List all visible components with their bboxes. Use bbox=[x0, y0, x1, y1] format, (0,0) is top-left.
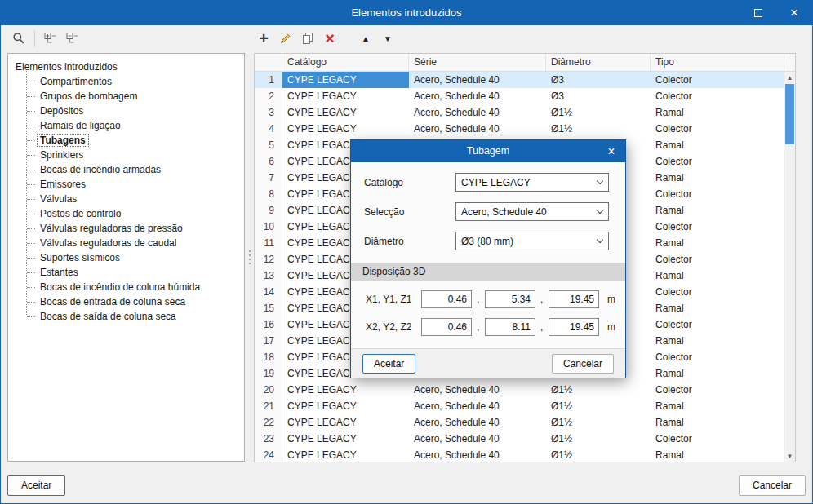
tree-item[interactable]: Válvulas reguladoras de caudal bbox=[26, 236, 241, 250]
search-button[interactable] bbox=[9, 28, 29, 49]
dialog-cancel-button[interactable]: Cancelar bbox=[552, 354, 614, 374]
table-cell-tip[interactable]: Colector bbox=[651, 251, 784, 267]
tree-item[interactable]: Estantes bbox=[26, 265, 241, 280]
table-cell-tip[interactable]: Colector bbox=[651, 219, 784, 235]
table-cell-dia[interactable]: Ø1½ bbox=[546, 414, 651, 431]
table-cell-cat[interactable]: CYPE LEGACY bbox=[282, 398, 409, 414]
table-row[interactable]: 20CYPE LEGACYAcero, Schedule 40Ø1½Colect… bbox=[255, 382, 784, 398]
table-cell-dia[interactable]: Ø3 bbox=[546, 72, 651, 88]
table-cell-tip[interactable]: Ramal bbox=[651, 170, 784, 186]
tree-root[interactable]: Elementos introduzidos bbox=[14, 60, 241, 74]
table-cell-num[interactable]: 11 bbox=[255, 235, 282, 251]
copy-row-button[interactable] bbox=[298, 28, 318, 49]
table-cell-cat[interactable]: CYPE LEGACY bbox=[282, 72, 409, 88]
table-cell-tip[interactable]: Colector bbox=[651, 349, 784, 365]
table-cell-dia[interactable]: Ø1½ bbox=[546, 121, 651, 137]
tree-item[interactable]: Depósitos bbox=[26, 104, 241, 118]
table-cell-num[interactable]: 8 bbox=[255, 186, 282, 202]
seleccao-select[interactable]: Acero, Schedule 40 bbox=[455, 202, 609, 221]
expand-all-button[interactable] bbox=[41, 28, 60, 49]
table-scrollbar[interactable]: ▲ ▼ bbox=[784, 72, 795, 462]
table-cell-ser[interactable]: Acero, Schedule 40 bbox=[409, 104, 546, 121]
tree-item[interactable]: Emissores bbox=[26, 177, 241, 192]
table-cell-ser[interactable]: Acero, Schedule 40 bbox=[409, 382, 546, 398]
table-cell-num[interactable]: 17 bbox=[255, 333, 282, 349]
table-cell-tip[interactable]: Ramal bbox=[651, 300, 784, 316]
maximize-button[interactable] bbox=[740, 1, 776, 25]
header-diametro[interactable]: Diâmetro bbox=[546, 54, 651, 71]
scrollbar-thumb[interactable] bbox=[785, 84, 794, 144]
header-row-number[interactable] bbox=[255, 54, 282, 71]
table-cell-num[interactable]: 9 bbox=[255, 202, 282, 219]
table-cell-num[interactable]: 22 bbox=[255, 414, 282, 431]
z1-input[interactable] bbox=[549, 290, 599, 308]
cancel-button[interactable]: Cancelar bbox=[739, 475, 806, 496]
table-row[interactable]: 22CYPE LEGACYAcero, Schedule 40Ø1½Ramal bbox=[255, 414, 784, 431]
edit-row-button[interactable] bbox=[276, 28, 295, 49]
table-cell-tip[interactable]: Colector bbox=[651, 186, 784, 202]
table-cell-cat[interactable]: CYPE LEGACY bbox=[282, 104, 409, 121]
table-cell-ser[interactable]: Acero, Schedule 40 bbox=[409, 121, 546, 137]
tree-item[interactable]: Compartimentos bbox=[26, 74, 241, 89]
table-cell-tip[interactable]: Colector bbox=[651, 284, 784, 300]
header-tipo[interactable]: Tipo bbox=[651, 54, 784, 71]
table-cell-num[interactable]: 24 bbox=[255, 447, 282, 462]
table-cell-cat[interactable]: CYPE LEGACY bbox=[282, 431, 409, 447]
close-button[interactable]: × bbox=[776, 1, 812, 25]
tree-item[interactable]: Ramais de ligação bbox=[26, 118, 241, 133]
tree-item[interactable]: Bocas de incêndio de coluna húmida bbox=[26, 280, 241, 294]
z2-input[interactable] bbox=[549, 318, 599, 336]
table-cell-tip[interactable]: Colector bbox=[651, 431, 784, 447]
table-cell-dia[interactable]: Ø1½ bbox=[546, 431, 651, 447]
add-row-button[interactable]: + bbox=[254, 28, 273, 49]
table-cell-num[interactable]: 15 bbox=[255, 300, 282, 316]
table-cell-tip[interactable]: Ramal bbox=[651, 104, 784, 121]
table-row[interactable]: 4CYPE LEGACYAcero, Schedule 40Ø1½Colecto… bbox=[255, 121, 784, 137]
table-cell-ser[interactable]: Acero, Schedule 40 bbox=[409, 72, 546, 88]
table-cell-tip[interactable]: Ramal bbox=[651, 333, 784, 349]
table-cell-num[interactable]: 10 bbox=[255, 219, 282, 235]
table-cell-dia[interactable]: Ø1½ bbox=[546, 398, 651, 414]
table-cell-dia[interactable]: Ø1½ bbox=[546, 447, 651, 462]
table-row[interactable]: 21CYPE LEGACYAcero, Schedule 40Ø1½Ramal bbox=[255, 398, 784, 414]
table-cell-num[interactable]: 12 bbox=[255, 251, 282, 267]
tree-item[interactable]: Suportes sísmicos bbox=[26, 250, 241, 265]
y1-input[interactable] bbox=[485, 290, 535, 308]
table-cell-num[interactable]: 20 bbox=[255, 382, 282, 398]
x1-input[interactable] bbox=[421, 290, 472, 308]
table-cell-cat[interactable]: CYPE LEGACY bbox=[282, 382, 409, 398]
table-cell-num[interactable]: 6 bbox=[255, 153, 282, 170]
table-cell-cat[interactable]: CYPE LEGACY bbox=[282, 121, 409, 137]
header-serie[interactable]: Série bbox=[409, 54, 546, 71]
table-row[interactable]: 24CYPE LEGACYAcero, Schedule 40Ø1½Ramal bbox=[255, 447, 784, 462]
table-cell-tip[interactable]: Colector bbox=[651, 88, 784, 104]
table-cell-num[interactable]: 1 bbox=[255, 72, 282, 88]
table-cell-dia[interactable]: Ø3 bbox=[546, 88, 651, 104]
table-cell-tip[interactable]: Ramal bbox=[651, 398, 784, 414]
table-row[interactable]: 3CYPE LEGACYAcero, Schedule 40Ø1½Ramal bbox=[255, 104, 784, 121]
table-cell-num[interactable]: 16 bbox=[255, 316, 282, 333]
table-cell-cat[interactable]: CYPE LEGACY bbox=[282, 88, 409, 104]
table-cell-num[interactable]: 7 bbox=[255, 170, 282, 186]
table-cell-tip[interactable]: Colector bbox=[651, 72, 784, 88]
table-cell-cat[interactable]: CYPE LEGACY bbox=[282, 447, 409, 462]
table-cell-dia[interactable]: Ø1½ bbox=[546, 382, 651, 398]
table-cell-ser[interactable]: Acero, Schedule 40 bbox=[409, 414, 546, 431]
tree-item[interactable]: Grupos de bombagem bbox=[26, 89, 241, 104]
tree-item[interactable]: Sprinklers bbox=[26, 148, 241, 162]
table-cell-tip[interactable]: Colector bbox=[651, 121, 784, 137]
delete-row-button[interactable]: × bbox=[320, 28, 340, 49]
table-row[interactable]: 1CYPE LEGACYAcero, Schedule 40Ø3Colector bbox=[255, 72, 784, 88]
tree-item[interactable]: Tubagens bbox=[26, 133, 241, 148]
scroll-up-icon[interactable]: ▲ bbox=[784, 72, 795, 83]
tree-item[interactable]: Válvulas reguladoras de pressão bbox=[26, 221, 241, 236]
table-cell-num[interactable]: 23 bbox=[255, 431, 282, 447]
x2-input[interactable] bbox=[421, 318, 472, 336]
table-cell-tip[interactable]: Colector bbox=[651, 382, 784, 398]
table-row[interactable]: 2CYPE LEGACYAcero, Schedule 40Ø3Colector bbox=[255, 88, 784, 104]
tree-item[interactable]: Válvulas bbox=[26, 192, 241, 206]
tree-item[interactable]: Bocas de entrada de coluna seca bbox=[26, 294, 241, 309]
table-cell-num[interactable]: 14 bbox=[255, 284, 282, 300]
table-cell-tip[interactable]: Ramal bbox=[651, 137, 784, 153]
table-cell-tip[interactable]: Ramal bbox=[651, 447, 784, 462]
